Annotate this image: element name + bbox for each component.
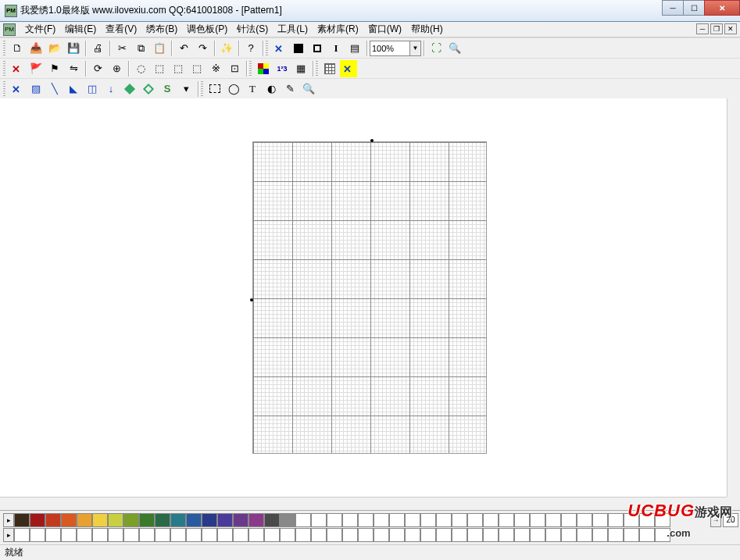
zoom-dropdown[interactable]: ▼ (410, 41, 421, 56)
fill-tool-button[interactable]: ◐ (263, 80, 280, 98)
menu-help[interactable]: 帮助(H) (406, 21, 448, 37)
palette-right-button[interactable]: → (710, 513, 721, 527)
palette-empty[interactable] (186, 528, 202, 542)
palette-empty[interactable] (530, 513, 545, 527)
info-view-button[interactable]: I (327, 40, 345, 57)
palette-empty[interactable] (280, 528, 295, 542)
palette-menu2-button[interactable]: ▸ (3, 528, 14, 542)
palette-swatch-8[interactable] (139, 513, 155, 527)
palette-empty[interactable] (545, 528, 561, 542)
palette-empty[interactable] (405, 513, 420, 527)
delete-button[interactable] (9, 60, 26, 77)
block-view-button[interactable] (290, 40, 307, 57)
zoom-field[interactable]: 100% (370, 41, 410, 56)
help-button[interactable]: ? (242, 40, 259, 57)
redo-button[interactable]: ↷ (194, 40, 211, 57)
palette-empty[interactable] (14, 528, 30, 542)
palette-swatch-17[interactable] (280, 513, 295, 527)
palette-swatch-10[interactable] (170, 513, 186, 527)
palette-empty[interactable] (499, 528, 514, 542)
palette-empty[interactable] (530, 528, 545, 542)
sel2-button[interactable]: ⬚ (151, 60, 168, 77)
palette-empty[interactable] (342, 513, 358, 527)
sel6-button[interactable]: ⊡ (226, 60, 243, 77)
palette-swatch-5[interactable] (92, 513, 108, 527)
list-view-button[interactable]: ▤ (346, 40, 363, 57)
menu-stitch[interactable]: 针法(S) (232, 21, 273, 37)
palette-empty[interactable] (77, 528, 92, 542)
palette-empty[interactable] (420, 513, 436, 527)
sel5-button[interactable]: ※ (207, 60, 224, 77)
cut-button[interactable]: ✂ (113, 40, 130, 57)
mdi-minimize[interactable]: ─ (696, 23, 709, 34)
stitch-dot-button[interactable] (121, 80, 138, 98)
stitch-outline-button[interactable]: ◫ (84, 80, 101, 98)
palette-swatch-7[interactable] (123, 513, 139, 527)
palette-empty[interactable] (358, 528, 374, 542)
palette-swatch-11[interactable] (186, 513, 202, 527)
palette-empty[interactable] (639, 513, 655, 527)
palette-empty[interactable] (374, 513, 389, 527)
numbers-button[interactable]: 1²3 (273, 60, 291, 77)
palette-empty[interactable] (123, 528, 139, 542)
wizard-button[interactable]: ✨ (218, 40, 235, 57)
open-button[interactable]: 📂 (46, 40, 63, 57)
highlight-x-button[interactable] (340, 60, 357, 77)
horizontal-scrollbar[interactable] (0, 497, 727, 510)
print-button[interactable]: 🖨 (89, 40, 106, 57)
palette-empty[interactable] (233, 528, 248, 542)
palette-empty[interactable] (483, 528, 499, 542)
import-button[interactable]: 📥 (27, 40, 45, 57)
palette-empty[interactable] (467, 513, 483, 527)
palette-empty[interactable] (436, 513, 452, 527)
sel3-button[interactable]: ⬚ (170, 60, 187, 77)
palette-empty[interactable] (295, 528, 311, 542)
menu-view[interactable]: 查看(V) (101, 21, 141, 37)
palette-empty[interactable] (405, 528, 420, 542)
palette-empty[interactable] (389, 528, 405, 542)
stitch-ring-button[interactable] (140, 80, 157, 98)
stitch-arrow-button[interactable]: ↓ (102, 80, 120, 98)
palette-empty[interactable] (561, 513, 577, 527)
palette-empty[interactable] (311, 528, 327, 542)
palette-empty[interactable] (327, 528, 342, 542)
palette-swatch-4[interactable] (77, 513, 92, 527)
palette-empty[interactable] (92, 528, 108, 542)
palette-empty[interactable] (608, 513, 624, 527)
select-rect-button[interactable] (206, 80, 223, 98)
menu-fabric[interactable]: 绣布(B) (141, 21, 182, 37)
menu-edit[interactable]: 编辑(E) (60, 21, 101, 37)
outline-view-button[interactable] (309, 40, 326, 57)
palette-swatch-2[interactable] (45, 513, 61, 527)
palette-swatch-16[interactable] (264, 513, 280, 527)
palette-empty[interactable] (202, 528, 217, 542)
palette-swatch-15[interactable] (248, 513, 264, 527)
menu-window[interactable]: 窗口(W) (363, 21, 406, 37)
palette-empty[interactable] (295, 513, 311, 527)
palette-empty[interactable] (311, 513, 327, 527)
palette-swatch-1[interactable] (30, 513, 45, 527)
palette-swatch-9[interactable] (155, 513, 170, 527)
menu-palette[interactable]: 调色板(P) (182, 21, 232, 37)
palette-empty[interactable] (545, 513, 561, 527)
grid-button[interactable] (321, 60, 338, 77)
undo-button[interactable]: ↶ (175, 40, 192, 57)
mdi-restore[interactable]: ❐ (710, 23, 723, 34)
palette-swatch-3[interactable] (61, 513, 77, 527)
stitch-half3-button[interactable]: ◣ (65, 80, 82, 98)
picker-tool-button[interactable]: ✎ (281, 80, 299, 98)
close-button[interactable]: ✕ (704, 0, 740, 16)
palette-empty[interactable] (624, 528, 639, 542)
palette-empty[interactable] (514, 528, 530, 542)
menu-file[interactable]: 文件(F) (20, 21, 60, 37)
palette-empty[interactable] (577, 513, 592, 527)
stitch-full-button[interactable] (9, 80, 26, 98)
rotate-button[interactable]: ⟳ (89, 60, 106, 77)
palette-swatch-0[interactable] (14, 513, 30, 527)
palette-menu-button[interactable]: ▸ (3, 513, 14, 527)
palette-empty[interactable] (30, 528, 45, 542)
palette-swatch-6[interactable] (108, 513, 123, 527)
minimize-button[interactable]: ─ (662, 0, 684, 16)
palette-empty[interactable] (389, 513, 405, 527)
flag2-button[interactable]: ⚑ (46, 60, 63, 77)
